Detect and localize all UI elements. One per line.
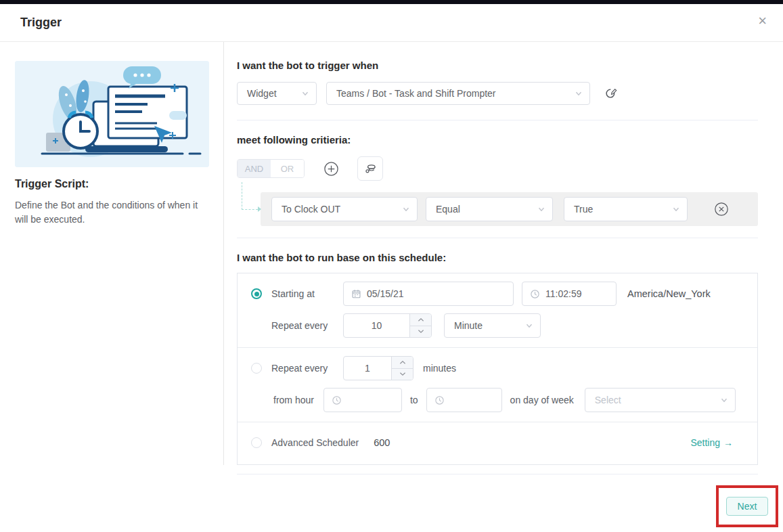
trigger-bot-value: Teams / Bot - Task and Shift Prompter [336, 88, 496, 99]
spinner-up-icon[interactable] [392, 357, 413, 368]
schedule-option-advanced: Advanced Scheduler 600 Setting → [238, 422, 757, 464]
advanced-scheduler-label: Advanced Scheduler [271, 437, 359, 448]
trigger-form: I want the bot to trigger when Widget Te… [224, 42, 783, 465]
schedule-option-repeat: Repeat every minutes from hour [238, 347, 757, 422]
condition-value-text: True [574, 204, 593, 215]
info-sidebar: Trigger Script: Define the Bot and the c… [0, 42, 224, 465]
chevron-down-icon [575, 89, 583, 97]
start-date-input[interactable]: 05/15/21 [343, 282, 514, 306]
chevron-down-icon [537, 205, 545, 213]
chevron-down-icon [525, 322, 533, 330]
minutes-interval-field [343, 356, 413, 380]
remove-condition-icon[interactable] [713, 201, 730, 217]
schedule-options: Starting at 05/15/21 11:02:59 [237, 273, 758, 465]
next-button[interactable]: Next [726, 497, 768, 516]
close-icon[interactable]: × [758, 14, 767, 28]
schedule-heading: I want the bot to run base on this sched… [237, 252, 758, 263]
condition-operator-select[interactable]: Equal [426, 197, 553, 221]
start-time-input[interactable]: 11:02:59 [522, 282, 617, 306]
minutes-interval-input[interactable] [344, 357, 391, 380]
connector-arrow [258, 206, 261, 212]
spinner-down-icon[interactable] [392, 368, 413, 380]
timezone-label: America/New_York [627, 288, 711, 299]
chevron-down-icon [720, 396, 728, 404]
condition-field-value: To Clock OUT [282, 204, 340, 215]
repeat-interval-input[interactable] [344, 314, 409, 337]
dialog-title: Trigger [20, 16, 62, 30]
section-divider [237, 120, 758, 120]
calendar-icon [351, 289, 361, 299]
trigger-source-select[interactable]: Widget [237, 82, 317, 105]
to-label: to [410, 395, 418, 405]
repeat-unit-value: Minute [454, 320, 483, 331]
sidebar-heading: Trigger Script: [15, 178, 208, 190]
logic-toggle: AND OR [237, 159, 305, 178]
chevron-down-icon [301, 89, 309, 97]
repeat-interval-field [343, 313, 432, 338]
from-hour-label: from hour [273, 395, 314, 405]
repeat-every-label: Repeat every [271, 320, 343, 331]
condition-operator-value: Equal [436, 204, 460, 215]
day-of-week-placeholder: Select [595, 395, 621, 405]
trigger-when-heading: I want the bot to trigger when [237, 60, 758, 71]
condition-value-select[interactable]: True [564, 197, 688, 221]
test-link-icon[interactable] [604, 86, 619, 101]
condition-field-select[interactable]: To Clock OUT [271, 197, 418, 221]
connector-line [242, 209, 258, 210]
number-spinner [391, 357, 413, 380]
repeat-unit-select[interactable]: Minute [444, 313, 541, 338]
trigger-source-value: Widget [247, 88, 277, 99]
to-hour-input[interactable] [426, 388, 502, 412]
minutes-unit-label: minutes [423, 363, 456, 374]
chevron-down-icon [402, 205, 410, 213]
schedule-option-starting-at: Starting at 05/15/21 11:02:59 [238, 273, 757, 347]
day-of-week-select[interactable]: Select [585, 388, 736, 412]
clock-icon [434, 395, 445, 405]
start-time-value: 11:02:59 [545, 288, 581, 299]
number-spinner [409, 314, 431, 337]
from-hour-input[interactable] [323, 388, 402, 412]
repeat-minutes-radio[interactable] [251, 363, 262, 374]
starting-at-label: Starting at [271, 288, 343, 299]
add-condition-icon[interactable] [322, 160, 340, 177]
criteria-heading: meet following critieria: [237, 134, 758, 146]
spinner-down-icon[interactable] [410, 326, 431, 338]
dialog-header: Trigger × [0, 4, 783, 42]
clock-icon [332, 395, 342, 405]
dialog-footer: Next [0, 465, 783, 532]
sidebar-description: Define the Bot and the conditions of whe… [15, 198, 213, 227]
starting-at-radio[interactable] [251, 288, 262, 299]
group-criteria-icon[interactable] [357, 156, 383, 181]
spinner-up-icon[interactable] [410, 314, 431, 326]
section-divider [237, 238, 758, 238]
chevron-down-icon [672, 205, 680, 213]
clock-icon [530, 289, 540, 299]
repeat-every-label-2: Repeat every [271, 363, 343, 374]
setting-label: Setting [690, 437, 720, 448]
arrow-right-icon: → [723, 437, 733, 448]
start-date-value: 05/15/21 [367, 288, 404, 299]
trigger-bot-select[interactable]: Teams / Bot - Task and Shift Prompter [326, 82, 590, 105]
and-button[interactable]: AND [238, 160, 271, 177]
connector-line [242, 182, 242, 210]
trigger-illustration [15, 61, 209, 167]
or-button[interactable]: OR [271, 160, 304, 177]
advanced-scheduler-radio[interactable] [251, 437, 262, 448]
advanced-scheduler-value: 600 [374, 437, 390, 448]
condition-row: To Clock OUT Equal True [261, 192, 758, 226]
setting-link[interactable]: Setting → [690, 437, 733, 448]
day-of-week-label: on day of week [510, 395, 574, 405]
